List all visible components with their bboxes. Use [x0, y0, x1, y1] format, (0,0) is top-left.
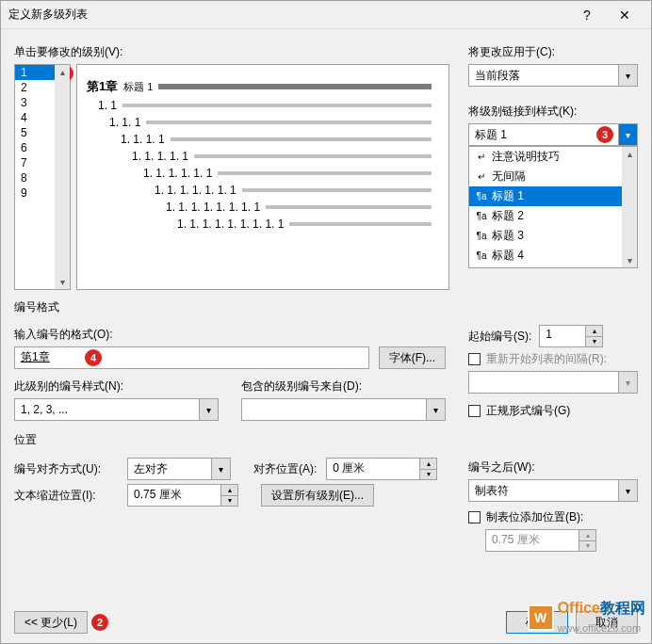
dd-item-h1[interactable]: ¶a标题 1 — [469, 186, 637, 206]
watermark-text: Office教程网 www.office26.com — [558, 599, 645, 636]
num-format-cols: 输入编号的格式(O): 第1章 4 字体(F)... 此级别的编号样式(N): … — [14, 321, 638, 423]
checkbox-icon — [468, 511, 481, 523]
levels-row: 1 2 3 4 5 6 7 8 9 1 ▴ ▾ — [14, 64, 449, 290]
preview-l8: 1. 1. 1. 1. 1. 1. 1. 1 — [166, 201, 432, 214]
num-format-section: 编号格式 输入编号的格式(O): 第1章 4 字体(F)... 此级别的编号样式… — [14, 299, 638, 423]
spin-up-icon[interactable]: ▴ — [420, 458, 437, 470]
follow-label: 编号之后(W): — [468, 459, 638, 475]
scroll-up-icon: ▴ — [628, 149, 632, 159]
position-right: 编号之后(W): 制表符 ▾ 制表位添加位置(B): 0.75 厘米 ▴▾ — [468, 454, 638, 552]
preview-pane: 第1章 标题 1 1. 1 1. 1. 1 1. 1. 1. 1 1. 1. 1… — [76, 64, 449, 290]
heading-icon: ¶a — [475, 211, 488, 221]
watermark-icon: W — [528, 604, 554, 631]
preview-l5: 1. 1. 1. 1. 1 — [132, 150, 432, 163]
dd-item-h4[interactable]: ¶a标题 4 — [469, 246, 637, 266]
legal-checkbox[interactable]: 正规形式编号(G) — [468, 403, 638, 419]
include-level-combo[interactable]: ▾ — [241, 398, 446, 421]
include-level-label: 包含的级别编号来自(D): — [241, 378, 446, 394]
scroll-down-icon: ▾ — [628, 255, 632, 266]
font-button[interactable]: 字体(F)... — [379, 346, 446, 369]
top-row: 单击要修改的级别(V): 1 2 3 4 5 6 7 8 9 1 — [14, 39, 638, 290]
enter-format-row: 第1章 4 字体(F)... — [14, 346, 446, 369]
spin-up-icon[interactable]: ▴ — [221, 484, 238, 496]
chevron-down-icon[interactable]: ▾ — [619, 123, 638, 146]
checkbox-icon — [468, 405, 481, 417]
scroll-down-icon: ▾ — [60, 277, 65, 287]
spin-down-icon[interactable]: ▾ — [586, 337, 603, 348]
content: 单击要修改的级别(V): 1 2 3 4 5 6 7 8 9 1 — [1, 29, 651, 643]
spin-down-icon[interactable]: ▾ — [420, 470, 437, 481]
right-col: 将更改应用于(C): 当前段落 ▾ 将级别链接到样式(K): 标题 1 3 ▾ … — [468, 39, 638, 290]
position-left: 编号对齐方式(U): 左对齐 ▾ 对齐位置(A): 0 厘米 ▴▾ 文本缩进位置… — [14, 454, 446, 552]
align-pos-label: 对齐位置(A): — [253, 461, 317, 477]
preview-l3: 1. 1. 1 — [109, 116, 432, 129]
apply-to-combo[interactable]: 当前段落 ▾ — [468, 64, 638, 87]
start-spinner[interactable]: 1 ▴▾ — [539, 325, 603, 347]
heading-icon: ¶a — [475, 250, 488, 261]
restart-combo: ▾ — [468, 371, 638, 394]
preview-l7: 1. 1. 1. 1. 1. 1. 1 — [155, 184, 432, 197]
chevron-down-icon[interactable]: ▾ — [619, 64, 638, 87]
titlebar: 定义新多级列表 ? ✕ — [1, 1, 651, 29]
link-style-label: 将级别链接到样式(K): — [468, 104, 638, 120]
para-icon: ↵ — [475, 152, 488, 162]
position-section: 位置 编号对齐方式(U): 左对齐 ▾ 对齐位置(A): 0 厘米 ▴▾ — [14, 432, 638, 552]
spin-up-icon: ▴ — [579, 529, 596, 541]
dd-item-h3[interactable]: ¶a标题 3 — [469, 226, 637, 246]
para-icon: ↵ — [475, 171, 488, 182]
spin-down-icon: ▾ — [579, 541, 596, 553]
preview-h1: 第1章 标题 1 — [87, 78, 432, 95]
enter-format-label: 输入编号的格式(O): — [14, 327, 446, 343]
restart-checkbox[interactable]: 重新开始列表的间隔(R): — [468, 351, 638, 367]
chevron-down-icon: ▾ — [619, 371, 638, 394]
spin-down-icon[interactable]: ▾ — [221, 496, 238, 507]
preview-h1-style: 标题 1 — [123, 80, 153, 94]
position-cols: 编号对齐方式(U): 左对齐 ▾ 对齐位置(A): 0 厘米 ▴▾ 文本缩进位置… — [14, 454, 638, 552]
link-style-combo[interactable]: 标题 1 3 ▾ — [468, 123, 638, 146]
enter-format-input[interactable]: 第1章 4 — [14, 346, 369, 369]
click-level-label: 单击要修改的级别(V): — [14, 44, 449, 60]
badge-4: 4 — [85, 349, 102, 366]
chevron-down-icon[interactable]: ▾ — [200, 398, 219, 421]
set-all-button[interactable]: 设置所有级别(E)... — [261, 484, 374, 507]
apply-to-value: 当前段落 — [468, 64, 619, 87]
num-style-combo[interactable]: 1, 2, 3, ... ▾ — [14, 398, 219, 421]
follow-combo[interactable]: 制表符 ▾ — [468, 479, 638, 502]
link-style-dropdown[interactable]: ↵注意说明技巧 ↵无间隔 ¶a标题 1 ¶a标题 2 ¶a标题 3 ¶a标题 4… — [468, 146, 638, 268]
preview-bar — [158, 84, 432, 89]
help-button[interactable]: ? — [568, 1, 606, 29]
num-format-right: 起始编号(S): 1 ▴▾ 重新开始列表的间隔(R): ▾ — [468, 321, 638, 423]
num-style-label: 此级别的编号样式(N): — [14, 378, 219, 394]
tab-add-checkbox[interactable]: 制表位添加位置(B): — [468, 509, 638, 525]
preview-l4: 1. 1. 1. 1 — [121, 133, 432, 146]
indent-spinner[interactable]: 0.75 厘米 ▴▾ — [127, 484, 238, 507]
dd-item-nospace[interactable]: ↵无间隔 — [469, 167, 637, 186]
start-label: 起始编号(S): — [468, 329, 531, 345]
dropdown-scrollbar[interactable]: ▴ ▾ — [622, 147, 637, 267]
align-combo[interactable]: 左对齐 ▾ — [127, 458, 231, 480]
watermark: W Office教程网 www.office26.com — [528, 599, 645, 636]
close-button[interactable]: ✕ — [606, 1, 644, 29]
chevron-down-icon[interactable]: ▾ — [427, 398, 446, 421]
preview-l6: 1. 1. 1. 1. 1. 1 — [143, 167, 432, 180]
left-col: 单击要修改的级别(V): 1 2 3 4 5 6 7 8 9 1 — [14, 39, 449, 290]
dd-item-h2[interactable]: ¶a标题 2 — [469, 206, 637, 226]
style-row: 此级别的编号样式(N): 1, 2, 3, ... ▾ 包含的级别编号来自(D)… — [14, 373, 446, 421]
badge-3: 3 — [596, 126, 613, 143]
preview-l9: 1. 1. 1. 1. 1. 1. 1. 1. 1 — [177, 217, 432, 231]
heading-icon: ¶a — [475, 191, 488, 201]
position-title: 位置 — [14, 432, 638, 448]
titlebar-buttons: ? ✕ — [568, 1, 644, 29]
less-button[interactable]: << 更少(L) — [14, 611, 88, 634]
level-list[interactable]: 1 2 3 4 5 6 7 8 9 1 ▴ ▾ — [14, 64, 71, 290]
tab-add-spinner: 0.75 厘米 ▴▾ — [485, 529, 638, 552]
chevron-down-icon[interactable]: ▾ — [212, 458, 231, 480]
spin-up-icon[interactable]: ▴ — [586, 325, 603, 337]
preview-l2: 1. 1 — [98, 99, 432, 112]
heading-icon: ¶a — [475, 231, 488, 241]
dd-item-note[interactable]: ↵注意说明技巧 — [469, 147, 637, 167]
align-pos-spinner[interactable]: 0 厘米 ▴▾ — [326, 458, 437, 480]
level-scrollbar[interactable]: ▴ ▾ — [55, 65, 70, 289]
chevron-down-icon[interactable]: ▾ — [619, 479, 638, 502]
dialog: 定义新多级列表 ? ✕ 单击要修改的级别(V): 1 2 3 4 5 6 7 — [0, 0, 652, 644]
